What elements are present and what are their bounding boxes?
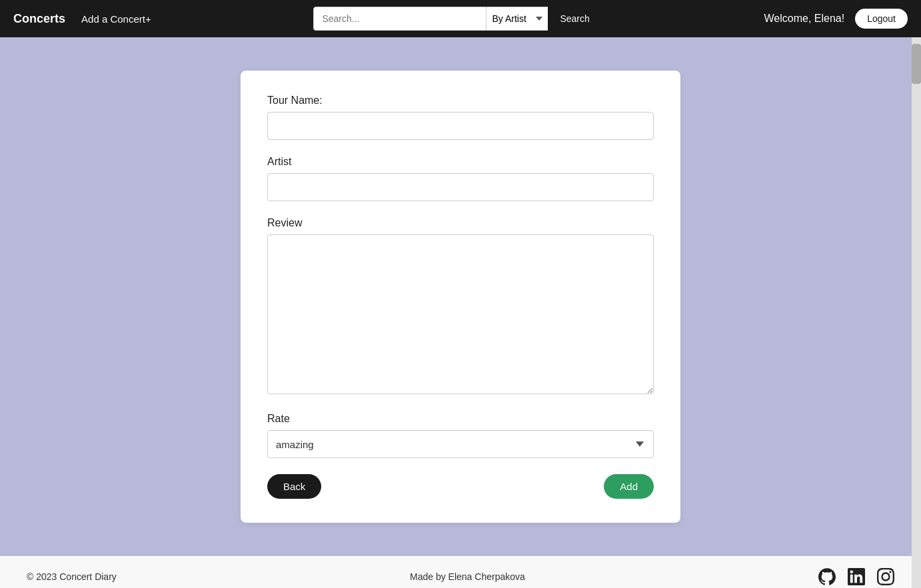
linkedin-icon[interactable] (848, 568, 865, 585)
add-concert-form-card: Tour Name: Artist Review Rate amazing gr… (241, 71, 680, 523)
navbar: Concerts Add a Concert+ By Artist By Tou… (0, 0, 921, 37)
rate-group: Rate amazing great good okay bad (267, 413, 654, 458)
scrollbar-thumb[interactable] (912, 44, 921, 84)
search-filter-dropdown[interactable]: By Artist By Tour By Venue (486, 7, 548, 31)
tour-name-label: Tour Name: (267, 95, 654, 107)
add-button[interactable]: Add (604, 474, 654, 499)
tour-name-input[interactable] (267, 112, 654, 140)
nav-add-concert[interactable]: Add a Concert+ (81, 13, 151, 25)
footer-copyright: © 2023 Concert Diary (27, 571, 117, 582)
search-button[interactable]: Search (548, 7, 601, 31)
artist-input[interactable] (267, 173, 654, 201)
footer-made-by: Made by Elena Cherpakova (410, 571, 525, 582)
review-label: Review (267, 217, 654, 229)
logout-button[interactable]: Logout (855, 9, 908, 29)
form-actions: Back Add (267, 474, 654, 499)
back-button[interactable]: Back (267, 474, 321, 499)
scrollbar[interactable] (912, 37, 921, 588)
footer-social-icons (818, 568, 894, 585)
main-content: Tour Name: Artist Review Rate amazing gr… (0, 37, 921, 556)
instagram-icon[interactable] (877, 568, 894, 585)
github-icon[interactable] (818, 568, 836, 585)
search-input[interactable] (313, 7, 486, 31)
review-textarea[interactable] (267, 234, 654, 394)
welcome-text: Welcome, Elena! (764, 13, 845, 25)
artist-label: Artist (267, 156, 654, 168)
rate-label: Rate (267, 413, 654, 425)
rate-select[interactable]: amazing great good okay bad (267, 430, 654, 458)
footer: © 2023 Concert Diary Made by Elena Cherp… (0, 556, 921, 588)
nav-brand[interactable]: Concerts (13, 12, 65, 26)
tour-name-group: Tour Name: (267, 95, 654, 140)
artist-group: Artist (267, 156, 654, 201)
review-group: Review (267, 217, 654, 397)
